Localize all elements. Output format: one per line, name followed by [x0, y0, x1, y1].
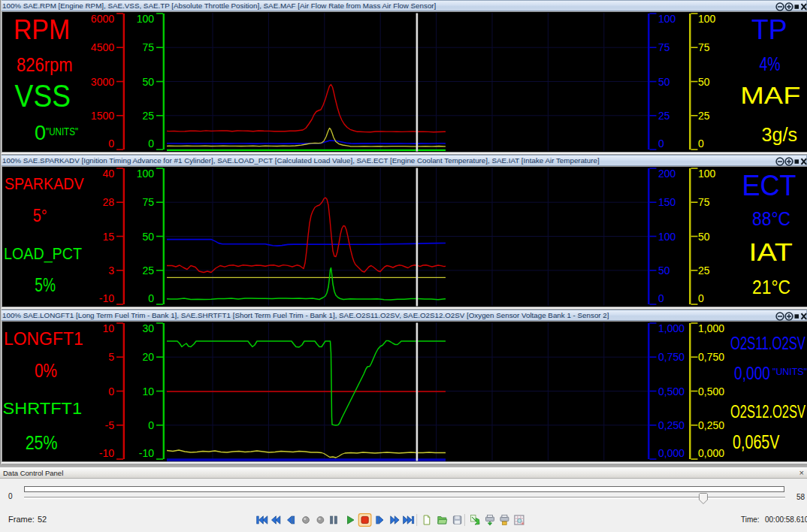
svg-text:50: 50: [142, 76, 154, 88]
svg-text:0,500: 0,500: [658, 385, 685, 397]
svg-text:150: 150: [658, 196, 676, 208]
svg-text:75: 75: [698, 41, 710, 53]
svg-text:0: 0: [148, 292, 154, 304]
svg-text:75: 75: [698, 196, 710, 208]
svg-text:1500: 1500: [91, 110, 114, 122]
svg-text:75: 75: [658, 41, 670, 53]
svg-text:0%: 0%: [35, 360, 57, 381]
svg-text:25: 25: [142, 110, 154, 122]
svg-text:-10: -10: [99, 292, 114, 304]
svg-text:75: 75: [142, 41, 154, 53]
svg-text:0,000: 0,000: [698, 447, 724, 459]
svg-text:0,000: 0,000: [658, 447, 685, 459]
svg-text:RPM: RPM: [14, 14, 70, 45]
svg-text:1,000: 1,000: [698, 322, 724, 334]
svg-text:25%: 25%: [26, 432, 58, 453]
svg-text:50: 50: [142, 231, 154, 243]
svg-text:10: 10: [142, 385, 154, 397]
svg-text:826rpm: 826rpm: [17, 54, 73, 75]
svg-text:0: 0: [108, 138, 114, 150]
svg-text:30: 30: [142, 322, 154, 334]
svg-text:50: 50: [658, 264, 670, 277]
svg-text:"UNITS": "UNITS": [772, 366, 807, 377]
svg-text:-10: -10: [139, 447, 154, 459]
svg-text:0,065V: 0,065V: [733, 431, 780, 452]
svg-text:0: 0: [658, 292, 664, 304]
svg-text:200: 200: [658, 168, 676, 180]
svg-text:SPARKADV: SPARKADV: [5, 174, 84, 193]
svg-text:5°: 5°: [33, 205, 47, 225]
svg-text:50: 50: [698, 231, 710, 243]
svg-text:25: 25: [698, 264, 710, 277]
svg-text:100: 100: [658, 13, 676, 25]
svg-text:4500: 4500: [91, 41, 114, 53]
svg-text:0"UNITS": 0"UNITS": [35, 122, 78, 144]
svg-text:0,250: 0,250: [698, 419, 724, 431]
svg-text:0: 0: [658, 138, 664, 150]
svg-text:5%: 5%: [35, 274, 56, 295]
svg-text:5: 5: [108, 351, 114, 363]
svg-text:0: 0: [698, 292, 704, 304]
svg-text:25: 25: [142, 264, 154, 277]
svg-text:6000: 6000: [91, 13, 114, 25]
svg-text:4%: 4%: [760, 53, 781, 74]
svg-text:3000: 3000: [91, 76, 114, 88]
svg-text:3: 3: [108, 264, 114, 277]
svg-text:0,750: 0,750: [658, 351, 685, 363]
svg-text:100: 100: [658, 231, 676, 243]
svg-text:15: 15: [102, 231, 114, 243]
svg-text:MAF: MAF: [740, 82, 800, 109]
svg-text:100: 100: [137, 168, 155, 180]
svg-text:100: 100: [698, 13, 716, 25]
svg-text:VSS: VSS: [15, 78, 71, 113]
svg-text:0,750: 0,750: [698, 351, 724, 363]
svg-text:40: 40: [102, 168, 114, 180]
svg-text:LOAD_PCT: LOAD_PCT: [4, 244, 82, 263]
svg-text:21°C: 21°C: [752, 277, 790, 298]
svg-text:100: 100: [698, 168, 716, 180]
svg-text:0: 0: [698, 138, 704, 150]
svg-text:100: 100: [137, 13, 155, 25]
svg-text:25: 25: [658, 110, 670, 122]
svg-text:88°C: 88°C: [752, 208, 790, 229]
svg-text:0: 0: [148, 138, 154, 150]
svg-text:IAT: IAT: [748, 237, 793, 266]
svg-text:50: 50: [698, 76, 710, 88]
svg-text:0,500: 0,500: [698, 385, 724, 397]
svg-text:TP: TP: [751, 14, 787, 45]
svg-text:0,250: 0,250: [658, 419, 685, 431]
svg-text:-5: -5: [105, 419, 115, 431]
svg-text:20: 20: [142, 351, 154, 363]
svg-text:10: 10: [102, 322, 114, 334]
svg-text:SHRTFT1: SHRTFT1: [3, 399, 83, 418]
svg-text:75: 75: [142, 196, 154, 208]
svg-text:0,000: 0,000: [734, 363, 770, 383]
svg-text:O2S12.O2SV: O2S12.O2SV: [730, 401, 805, 422]
svg-text:28: 28: [102, 196, 114, 208]
svg-text:0: 0: [148, 419, 154, 431]
svg-text:ECT: ECT: [742, 170, 796, 201]
svg-text:1,000: 1,000: [658, 322, 685, 334]
svg-text:50: 50: [658, 76, 670, 88]
svg-text:LONGFT1: LONGFT1: [4, 328, 83, 349]
svg-text:25: 25: [698, 110, 710, 122]
svg-text:O2S11.O2SV: O2S11.O2SV: [730, 333, 805, 353]
svg-text:-10: -10: [99, 447, 114, 459]
svg-text:3g/s: 3g/s: [762, 124, 798, 145]
svg-text:0: 0: [108, 385, 114, 397]
